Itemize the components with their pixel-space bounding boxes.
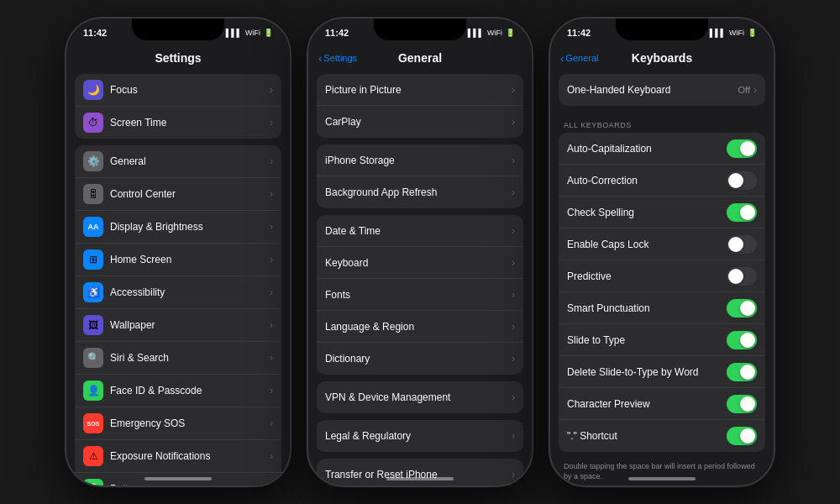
status-time-1: 11:42 [83, 28, 107, 38]
nav-bar-3: ‹ General Keyboards [550, 44, 774, 74]
display-label: Display & Brightness [110, 221, 270, 233]
notch-3 [616, 18, 708, 40]
home-screen-label: Home Screen [110, 254, 270, 265]
item-vpn[interactable]: VPN & Device Management › [317, 381, 523, 413]
item-carplay[interactable]: CarPlay › [317, 106, 523, 138]
home-indicator-3 [628, 477, 696, 480]
status-icons-1: ▌▌▌ WiFi 🔋 [226, 29, 273, 37]
item-bg-refresh[interactable]: Background App Refresh › [317, 176, 523, 208]
item-shortcut[interactable]: "." Shortcut [559, 420, 765, 452]
item-dictionary[interactable]: Dictionary › [317, 343, 523, 375]
home-screen-icon: ⊞ [83, 249, 103, 270]
item-exposure[interactable]: ⚠ Exposure Notifications › [75, 440, 281, 473]
toggle-check-spelling[interactable] [727, 203, 757, 222]
screen-time-chevron: › [270, 117, 273, 129]
item-screen-time[interactable]: ⏱ Screen Time › [75, 107, 281, 139]
toggle-shortcut[interactable] [727, 427, 757, 445]
hs-chevron: › [270, 254, 273, 265]
sos-chevron: › [270, 417, 273, 429]
back-label-3: General [565, 53, 598, 63]
settings-list-3[interactable]: One-Handed Keyboard Off › ALL KEYBOARDS … [550, 74, 774, 486]
sos-icon: SOS [83, 413, 103, 433]
status-icons-3: ▌▌▌ WiFi 🔋 [710, 29, 757, 37]
back-chevron-2: ‹ [318, 52, 322, 65]
back-chevron-3: ‹ [560, 52, 564, 65]
siri-icon: 🔍 [83, 348, 103, 368]
siri-chevron: › [270, 352, 273, 364]
item-transfer[interactable]: Transfer or Reset iPhone › [317, 459, 523, 486]
general-chevron: › [270, 155, 273, 167]
all-keyboards-header: ALL KEYBOARDS [559, 113, 765, 133]
nav-title-3: Keyboards [632, 51, 692, 65]
toggle-delete-slide[interactable] [727, 363, 757, 381]
battery-icon: 🔋 [83, 479, 103, 486]
item-legal[interactable]: Legal & Regulatory › [317, 420, 523, 452]
exp-chevron: › [270, 450, 273, 462]
toggle-smart-punct[interactable] [727, 299, 757, 318]
item-iphone-storage[interactable]: iPhone Storage › [317, 144, 523, 176]
wallpaper-label: Wallpaper [110, 319, 270, 331]
item-display[interactable]: AA Display & Brightness › [75, 211, 281, 244]
accessibility-label: Accessibility [110, 286, 270, 298]
item-auto-correct[interactable]: Auto-Correction [559, 165, 765, 197]
group-pip: Picture in Picture › CarPlay › [317, 74, 523, 138]
general-label: General [110, 155, 270, 167]
item-char-preview[interactable]: Character Preview [559, 388, 765, 420]
toggle-auto-correct[interactable] [727, 171, 757, 190]
item-smart-punct[interactable]: Smart Punctuation [559, 292, 765, 324]
item-keyboard[interactable]: Keyboard › [317, 247, 523, 279]
item-fonts[interactable]: Fonts › [317, 279, 523, 311]
item-slide-type[interactable]: Slide to Type [559, 324, 765, 356]
item-pip[interactable]: Picture in Picture › [317, 74, 523, 106]
general-icon: ⚙️ [83, 151, 103, 171]
group-all-keyboards: Auto-Capitalization Auto-Correction Chec… [559, 133, 765, 452]
sos-label: Emergency SOS [110, 417, 270, 429]
item-siri[interactable]: 🔍 Siri & Search › [75, 342, 281, 375]
settings-list-1[interactable]: 🌙 Focus › ⏱ Screen Time › ⚙️ General › [66, 74, 290, 486]
home-indicator-2 [386, 477, 454, 480]
toggle-char-preview[interactable] [727, 395, 757, 413]
item-predictive[interactable]: Predictive [559, 260, 765, 292]
focus-icon: 🌙 [83, 80, 103, 100]
item-accessibility[interactable]: ♿ Accessibility › [75, 276, 281, 309]
faceid-label: Face ID & Passcode [110, 385, 270, 396]
nav-back-3[interactable]: ‹ General [560, 52, 598, 65]
item-date-time[interactable]: Date & Time › [317, 215, 523, 247]
settings-list-2[interactable]: Picture in Picture › CarPlay › iPhone St… [308, 74, 532, 486]
item-delete-slide[interactable]: Delete Slide-to-Type by Word [559, 356, 765, 388]
item-one-handed[interactable]: One-Handed Keyboard Off › [559, 74, 765, 106]
wallpaper-icon: 🖼 [83, 315, 103, 335]
cc-chevron: › [270, 188, 273, 200]
item-language[interactable]: Language & Region › [317, 311, 523, 343]
item-general[interactable]: ⚙️ General › [75, 145, 281, 178]
one-handed-label: One-Handed Keyboard [567, 84, 738, 96]
item-home-screen[interactable]: ⊞ Home Screen › [75, 244, 281, 276]
nav-title-2: General [398, 51, 442, 65]
item-sos[interactable]: SOS Emergency SOS › [75, 407, 281, 440]
toggle-slide-type[interactable] [727, 331, 757, 349]
group-vpn: VPN & Device Management › [317, 381, 523, 413]
item-check-spelling[interactable]: Check Spelling [559, 197, 765, 228]
nav-bar-2: ‹ Settings General [308, 44, 532, 74]
focus-chevron: › [270, 84, 273, 96]
item-wallpaper[interactable]: 🖼 Wallpaper › [75, 309, 281, 342]
focus-label: Focus [110, 84, 270, 96]
item-caps-lock[interactable]: Enable Caps Lock [559, 228, 765, 260]
phone-2: 11:42 ▌▌▌ WiFi 🔋 ‹ Settings General Pict… [307, 17, 533, 487]
phone-3: 11:42 ▌▌▌ WiFi 🔋 ‹ General Keyboards One… [549, 17, 775, 487]
toggle-predictive[interactable] [727, 267, 757, 286]
item-auto-cap[interactable]: Auto-Capitalization [559, 133, 765, 165]
status-time-2: 11:42 [325, 28, 349, 38]
control-center-icon: 🎛 [83, 184, 103, 204]
item-focus[interactable]: 🌙 Focus › [75, 74, 281, 107]
screen-2: ‹ Settings General Picture in Picture › … [308, 44, 532, 486]
ac-chevron: › [270, 286, 273, 298]
shortcut-note: Double tapping the space bar will insert… [559, 459, 765, 486]
display-icon: AA [83, 217, 103, 237]
toggle-auto-cap[interactable] [727, 139, 757, 158]
nav-back-2[interactable]: ‹ Settings [318, 52, 357, 65]
item-control-center[interactable]: 🎛 Control Center › [75, 178, 281, 211]
group-general: ⚙️ General › 🎛 Control Center › AA Displ… [75, 145, 281, 486]
item-faceid[interactable]: 👤 Face ID & Passcode › [75, 375, 281, 407]
toggle-caps-lock[interactable] [727, 235, 757, 254]
